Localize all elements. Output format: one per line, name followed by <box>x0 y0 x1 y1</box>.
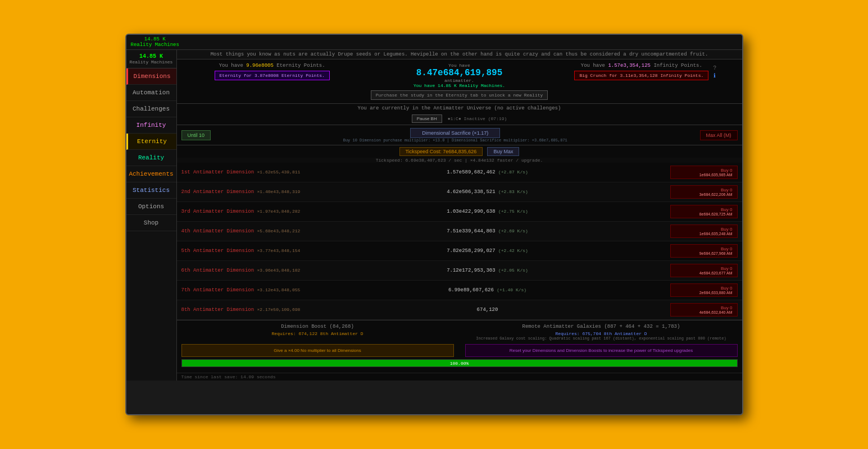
sidebar-item-shop[interactable]: Shop <box>126 215 176 231</box>
buy-dim-button-3[interactable]: Buy 0 8e684,628,725 AM <box>670 205 738 218</box>
am-unit: antimatter. <box>369 78 550 83</box>
dim-name-5: 5th Antimatter Dimension ×3.77e43,848,15… <box>181 248 305 254</box>
dimension-row-1: 1st Antimatter Dimension ×1.62e55,439,81… <box>177 163 742 182</box>
buy-dim-button-8[interactable]: Buy 0 4e684,632,840 AM <box>670 303 738 317</box>
action-buttons: Give a ×4.00 No multiplier to all Dimens… <box>181 344 738 357</box>
study-button[interactable]: Purchase the study in the Eternity tab t… <box>371 90 548 100</box>
ip-info: You have 1.57e3,354,125 Infinity Points.… <box>574 63 708 80</box>
dim-rate-6: (+2.05 K/s) <box>498 268 528 273</box>
main-layout: 14.85 K Reality Machines Dimensions Auto… <box>126 50 742 381</box>
dim-amount-6: 7.12e172,953,303 (+2.05 K/s) <box>305 268 670 273</box>
dim-multiplier-6: ×3.96e43,848,102 <box>257 268 301 273</box>
buy-dim-button-7[interactable]: Buy 0 2e684,633,880 AM <box>670 283 738 297</box>
tickspeed-row: Tickspeed Cost: 7e684,835,626 Buy Max <box>177 145 742 158</box>
dimension-row-7: 7th Antimatter Dimension ×3.12e43,848,05… <box>177 281 742 300</box>
eternity-panel: You have 9.96e8005 Eternity Points. Eter… <box>181 63 363 80</box>
dim-rate-2: (+2.83 K/s) <box>498 189 528 194</box>
dimension-row-8: 8th Antimatter Dimension ×2.17e50,109,69… <box>177 300 742 320</box>
dim-name-3: 3rd Antimatter Dimension ×1.97e43,848,28… <box>181 209 305 214</box>
big-crunch-button[interactable]: Big Crunch for 3.11e3,354,128 Infinity P… <box>574 71 708 80</box>
eternity-button[interactable]: Eternity for 3.87e8008 Eternity Points. <box>215 71 330 80</box>
galaxy-requirement: Requires: 675,704 8th Antimatter D <box>465 331 738 336</box>
boost-requirement: Requires: 674,122 8th Antimatter D <box>181 331 454 336</box>
dim-name-6: 6th Antimatter Dimension ×3.96e43,848,10… <box>181 268 305 273</box>
sidebar-item-options[interactable]: Options <box>126 199 176 215</box>
reality-machines-value: 14.85 K <box>131 36 179 42</box>
reality-machines-label: Reality Machines <box>131 42 179 48</box>
dimension-boost-button[interactable]: Give a ×4.00 No multiplier to all Dimens… <box>181 344 454 357</box>
info-icon[interactable]: ℹ <box>714 72 716 79</box>
help-icon[interactable]: ? <box>713 65 716 71</box>
sacrifice-desc: Buy 10 Dimension purchase multiplier: ×1… <box>215 138 695 143</box>
sidebar-item-infinity[interactable]: Infinity <box>126 117 176 134</box>
sidebar-value: 14.85 K <box>129 53 174 59</box>
antimatter-value: 8.47e684,619,895 <box>369 68 550 78</box>
help-info-icons: ? ℹ <box>711 63 719 81</box>
dim-rate-3: (+2.75 K/s) <box>498 209 528 214</box>
pause-button[interactable]: Pause BH <box>412 114 442 123</box>
dim-name-2: 2nd Antimatter Dimension ×1.40e43,848,31… <box>181 189 305 195</box>
ep-prefix: You have 9.96e8005 Eternity Points. <box>181 63 363 68</box>
content-area: Most things you know as nuts are actuall… <box>177 50 742 381</box>
buy-max-button[interactable]: Buy Max <box>487 147 519 156</box>
dim-multiplier-3: ×1.97e43,848,282 <box>257 209 301 214</box>
galaxy-reset-button[interactable]: Reset your Dimensions and Dimension Boos… <box>465 344 738 357</box>
dim-multiplier-1: ×1.62e55,439,811 <box>257 169 301 175</box>
sidebar-item-automation[interactable]: Automation <box>126 85 176 101</box>
tickspeed-info: Tickspeed: 6.69e38,407,623 / sec | ×4.84… <box>177 158 742 163</box>
status-indicator: ●1:C● Inactive (07:19) <box>448 116 507 121</box>
antimatter-panel: You have 8.47e684,619,895 antimatter. Yo… <box>369 63 550 100</box>
dimension-row-4: 4th Antimatter Dimension ×5.68e43,848,21… <box>177 222 742 241</box>
dim-rate-7: (+1.40 K/s) <box>497 287 526 292</box>
sacrifice-section: Dimensional Sacrifice (×1.17) Buy 10 Dim… <box>215 127 695 143</box>
buy-dim-button-5[interactable]: Buy 0 9e684,627,968 AM <box>670 244 738 258</box>
dim-rate-1: (+2.87 K/s) <box>498 169 528 175</box>
status-controls: Pause BH ●1:C● Inactive (07:19) <box>177 113 742 125</box>
infinity-panel: You have 1.57e3,354,125 Infinity Points.… <box>556 63 737 81</box>
buy-dim-button-4[interactable]: Buy 0 1e684,635,248 AM <box>670 224 738 238</box>
buy-dim-button-2[interactable]: Buy 0 3e684,622,206 AM <box>670 185 738 199</box>
dim-amount-5: 7.82e258,299,027 (+2.42 K/s) <box>305 248 670 254</box>
dimension-boost-panel: Dimension Boost (84,268) Requires: 674,1… <box>181 324 454 341</box>
max-all-button[interactable]: Max All (M) <box>700 130 738 140</box>
status-bar: You are currently in the Antimatter Univ… <box>177 104 742 113</box>
boost-title: Dimension Boost (84,268) <box>181 324 454 329</box>
buy-dim-button-6[interactable]: Buy 0 4e684,620,677 AM <box>670 264 738 277</box>
dim-amount-2: 4.62e506,338,521 (+2.83 K/s) <box>305 189 670 195</box>
dim-name-7: 7th Antimatter Dimension ×3.12e43,848,05… <box>181 287 305 293</box>
sacrifice-button[interactable]: Dimensional Sacrifice (×1.17) <box>410 128 500 138</box>
until-button[interactable]: Until 10 <box>181 130 211 140</box>
sidebar-item-achievements[interactable]: Achievements <box>126 166 176 182</box>
dimension-row-3: 3rd Antimatter Dimension ×1.97e43,848,28… <box>177 202 742 222</box>
dim-multiplier-2: ×1.40e43,848,319 <box>257 189 301 194</box>
sidebar-item-dimensions[interactable]: Dimensions <box>126 68 176 85</box>
sidebar-item-reality[interactable]: Reality <box>126 150 176 166</box>
bottom-section: Dimension Boost (84,268) Requires: 674,1… <box>177 320 742 373</box>
tickspeed-cost-button[interactable]: Tickspeed Cost: 7e684,835,626 <box>399 147 483 156</box>
dim-name-4: 4th Antimatter Dimension ×5.68e43,848,21… <box>181 228 305 234</box>
progress-bar-label: 100.00% <box>450 361 469 366</box>
buy-dim-button-1[interactable]: Buy 0 1e684,635,985 AM <box>670 166 738 179</box>
dim-amount-1: 1.57e589,682,462 (+2.87 K/s) <box>305 169 670 175</box>
dim-multiplier-4: ×5.68e43,848,212 <box>257 228 301 233</box>
dim-amount-7: 6.99e89,607,626 (+1.40 K/s) <box>305 287 670 293</box>
ep-value: 9.96e8005 <box>246 63 274 68</box>
ip-prefix: You have 1.57e3,354,125 Infinity Points. <box>574 63 708 68</box>
dim-multiplier-7: ×3.12e43,848,055 <box>257 287 301 292</box>
galaxy-scaling: Increased Galaxy cost scaling: Quadratic… <box>465 336 738 341</box>
sidebar-item-statistics[interactable]: Statistics <box>126 182 176 199</box>
galaxy-title: Remote Antimatter Galaxies (887 + 464 + … <box>465 324 738 329</box>
game-window: 14.85 K Reality Machines 14.85 K Reality… <box>125 34 743 415</box>
info-panels: You have 9.96e8005 Eternity Points. Eter… <box>177 59 742 104</box>
sidebar-resource-display: 14.85 K Reality Machines <box>126 50 176 68</box>
ticker-bar: Most things you know as nuts are actuall… <box>177 50 742 59</box>
am-prefix: You have <box>369 63 550 68</box>
dim-amount-3: 1.03e422,990,638 (+2.75 K/s) <box>305 209 670 214</box>
boost-galaxy-row: Dimension Boost (84,268) Requires: 674,1… <box>181 324 738 341</box>
sidebar-nav: Dimensions Automation Challenges Infinit… <box>126 68 176 231</box>
dim-rate-5: (+2.42 K/s) <box>498 248 528 253</box>
sidebar-item-challenges[interactable]: Challenges <box>126 101 176 117</box>
sidebar-item-eternity[interactable]: Eternity <box>126 134 176 150</box>
footer-bar: Time since last save: 14.09 seconds <box>177 373 742 381</box>
dim-amount-4: 7.51e339,644,803 (+2.69 K/s) <box>305 228 670 234</box>
